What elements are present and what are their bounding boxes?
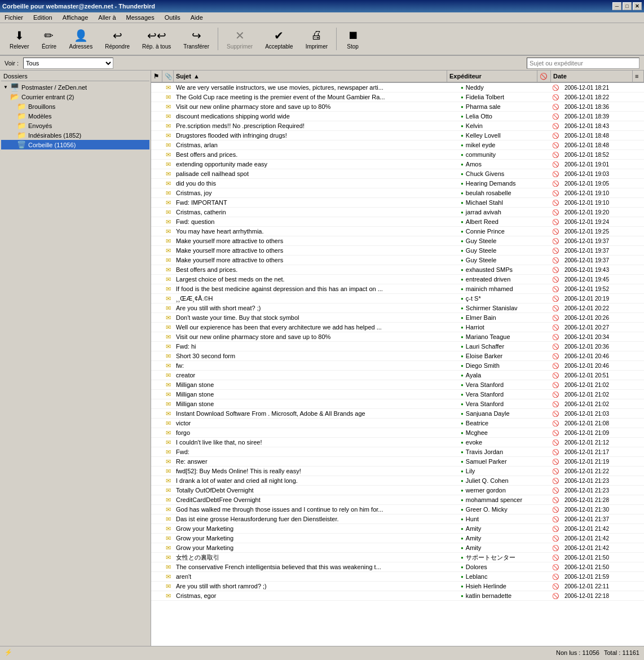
table-row[interactable]: ✉Re: answer●Samuel Parker🚫2006-12-01 21:… (151, 457, 644, 467)
table-row[interactable]: ✉Fwd: IMPORTANT●Michael Stahl🚫2006-12-01… (151, 198, 644, 208)
table-row[interactable]: ✉Instant Download Software From . Micros… (151, 409, 644, 419)
table-row[interactable]: ✉victor●Beatrice🚫2006-12-01 21:08 (151, 419, 644, 428)
filter-select[interactable]: TousNon lusLusAvec marqueur (23, 58, 113, 69)
menu-item-fichier[interactable]: Fichier (2, 14, 25, 21)
sidebar-item-courrier-entrant[interactable]: 📂Courrier entrant (2) (1, 92, 149, 102)
table-row[interactable]: ✉fwd[52]: Buy Meds Online! This is reall… (151, 467, 644, 476)
flag-cell (151, 102, 162, 111)
table-row[interactable]: ✉Visit our new online pharmacy store and… (151, 332, 644, 342)
table-row[interactable]: ✉Make yourself more attractive to others… (151, 246, 644, 256)
table-row[interactable]: ✉Don't waste your time. Buy that stock s… (151, 313, 644, 323)
table-row[interactable]: ✉Best offers and prices.●exhausted SMPs🚫… (151, 265, 644, 275)
table-row[interactable]: ✉Pre.scription meds!! No .prescription R… (151, 121, 644, 131)
table-row[interactable]: ✉Milligan stone●Vera Stanford🚫2006-12-01… (151, 399, 644, 409)
menu-item-aide[interactable]: Aide (188, 14, 205, 21)
table-row[interactable]: ✉Largest choice of best meds on the net.… (151, 275, 644, 284)
table-row[interactable]: ✉Fwd: hi●Lauri Schaffer🚫2006-12-01 20:36 (151, 342, 644, 351)
table-row[interactable]: ✉Grow your Marketing●Amity🚫2006-12-01 21… (151, 524, 644, 534)
table-row[interactable]: ✉We are very versatile instructors, we u… (151, 83, 644, 93)
table-row[interactable]: ✉Short 30 second form●Eloise Barker🚫2006… (151, 351, 644, 361)
table-row[interactable]: ✉Cristmas, arlan●mikel eyde🚫2006-12-01 1… (151, 140, 644, 150)
table-row[interactable]: ✉The Gold Cup race meeting is the premie… (151, 93, 644, 102)
statusbar-left: ⚡ (5, 649, 12, 656)
col-header-subject[interactable]: Sujet ▲ (174, 71, 447, 82)
table-row[interactable]: ✉discount medications shipping world wid… (151, 112, 644, 121)
col-header-sender[interactable]: Expéditeur (447, 71, 537, 82)
table-row[interactable]: ✉fw:●Diego Smith🚫2006-12-01 20:46 (151, 361, 644, 371)
table-row[interactable]: ✉Milligan stone●Vera Stanford🚫2006-12-01… (151, 390, 644, 399)
table-row[interactable]: ✉Make yourself more attractive to others… (151, 236, 644, 246)
toolbar-btn-transferer[interactable]: ↪Transférer (178, 26, 214, 52)
table-row[interactable]: ✉CreditCardDebtFree Overnight●mohammad s… (151, 495, 644, 505)
table-row[interactable]: ✉Well our expierence has been that every… (151, 323, 644, 332)
table-row[interactable]: ✉Make yourself more attractive to others… (151, 256, 644, 265)
toolbar-btn-repondre[interactable]: ↩Répondre (100, 26, 135, 52)
table-row[interactable]: ✉Grow your Marketing●Amity🚫2006-12-01 21… (151, 543, 644, 553)
subject-cell: You may have heart arrhythmia. (174, 227, 458, 236)
table-row[interactable]: ✉Grow your Marketing●Amity🚫2006-12-01 21… (151, 534, 644, 543)
toolbar-btn-adresses[interactable]: 👤Adresses (64, 26, 98, 52)
table-row[interactable]: ✉Cristmas, egor●katlin bernadette🚫2006-1… (151, 591, 644, 601)
table-row[interactable]: ✉did you do this●Hearing Demands🚫2006-12… (151, 179, 644, 188)
subject-cell: Cristmas, joy (174, 188, 458, 197)
date-cell: 2006-12-01 19:45 (562, 275, 644, 284)
search-input[interactable] (527, 58, 639, 69)
table-row[interactable]: ✉女性との裏取引●サポートセンター🚫2006-12-01 21:50 (151, 553, 644, 562)
sidebar-item-indesirables[interactable]: 📁Indésirables (1852) (1, 130, 149, 140)
menu-item-affichage[interactable]: Affichage (60, 14, 91, 21)
toolbar-btn-relever[interactable]: ⬇Relever (5, 26, 34, 52)
table-row[interactable]: ✉The conservative French intelligentsia … (151, 562, 644, 572)
table-row[interactable]: ✉Das ist eine grosse Herausforderung fue… (151, 514, 644, 524)
subject-cell: 女性との裏取引 (174, 553, 458, 562)
col-header-extra[interactable]: ≡ (633, 71, 644, 82)
sidebar-item-modeles[interactable]: 📁Modèles (1, 111, 149, 121)
maximize-button[interactable]: □ (623, 2, 632, 10)
menu-item-outils[interactable]: Outils (162, 14, 183, 21)
attachment-cell: ✉ (162, 150, 174, 159)
col-header-att[interactable]: 📎 (162, 71, 174, 82)
toolbar-btn-imprimer[interactable]: 🖨Imprimer (301, 26, 333, 52)
toolbar-btn-acceptable[interactable]: ✔Acceptable (260, 26, 298, 52)
menu-item-messages[interactable]: Messages (124, 14, 157, 21)
sidebar-item-corbeille[interactable]: 🗑️Corbeille (11056) (1, 140, 149, 149)
date-cell: 2006-12-01 19:01 (562, 160, 644, 169)
table-row[interactable]: ✉Best offers and prices.●community🚫2006-… (151, 150, 644, 160)
table-row[interactable]: ✉Visit our new online pharmacy store and… (151, 102, 644, 112)
subject-cell: Re: answer (174, 457, 458, 466)
table-row[interactable]: ✉I couldn't live like that, no siree!●ev… (151, 438, 644, 447)
table-row[interactable]: ✉You may have heart arrhythmia.●Connie P… (151, 227, 644, 236)
col-header-flag[interactable]: ⚑ (151, 71, 162, 82)
sidebar-item-envoyes[interactable]: 📁Envoyés (1, 121, 149, 130)
menu-item-edition[interactable]: Edition (31, 14, 55, 21)
table-row[interactable]: ✉God has walked me through those issues … (151, 505, 644, 514)
table-row[interactable]: ✉¸¸ŒÆ¸¢Å.©H●ç-t S*🚫2006-12-01 20:19 (151, 294, 644, 303)
table-row[interactable]: ✉Drugstores flooded with infringing drug… (151, 131, 644, 140)
table-row[interactable]: ✉I drank a lot of water and cried all ni… (151, 476, 644, 486)
table-row[interactable]: ✉extending opportunity made easy●Amos🚫20… (151, 160, 644, 169)
table-row[interactable]: ✉Fwd: question●Albert Reed🚫2006-12-01 19… (151, 217, 644, 227)
table-row[interactable]: ✉Cristmas, joy●beulah rosabelle🚫2006-12-… (151, 188, 644, 198)
table-row[interactable]: ✉palisade cell nailhead spot●Chuck Given… (151, 169, 644, 179)
date-cell: 2006-12-01 18:52 (562, 150, 644, 159)
sidebar-item-brouillons[interactable]: 📁Brouillons (1, 102, 149, 111)
toolbar-btn-ecrire[interactable]: ✏Écrire (36, 26, 61, 52)
toolbar-btn-rep-tous[interactable]: ↩↩Rép. à tous (137, 26, 176, 52)
toolbar-btn-stop[interactable]: ⏹Stop (340, 26, 365, 52)
table-row[interactable]: ✉creator●Ayala🚫2006-12-01 20:51 (151, 371, 644, 380)
table-row[interactable]: ✉Milligan stone●Vera Stanford🚫2006-12-01… (151, 380, 644, 390)
table-row[interactable]: ✉Cristmas, catherin●jarrad avivah🚫2006-1… (151, 208, 644, 217)
table-row[interactable]: ✉Are you still with short ramrod? ;)●Hsi… (151, 582, 644, 591)
table-row[interactable]: ✉Totally OutOfDebt Overnight●werner gord… (151, 486, 644, 495)
table-row[interactable]: ✉aren't●Leblanc🚫2006-12-01 21:59 (151, 572, 644, 582)
table-row[interactable]: ✉Fwd:●Travis Jordan🚫2006-12-01 21:17 (151, 447, 644, 457)
sidebar-item-postmaster[interactable]: ▼🖥️Postmaster / ZeDen.net (1, 82, 149, 92)
sender-dot: ● (461, 373, 464, 378)
menu-item-aller[interactable]: Aller à (96, 14, 118, 21)
col-header-junk[interactable]: 🚫 (537, 71, 551, 82)
table-row[interactable]: ✉If food is the best medicine against de… (151, 284, 644, 294)
col-header-date[interactable]: Date (551, 71, 633, 82)
close-button[interactable]: ✕ (633, 2, 642, 10)
minimize-button[interactable]: ─ (612, 2, 621, 10)
table-row[interactable]: ✉forgo●Mcghee🚫2006-12-01 21:09 (151, 428, 644, 438)
table-row[interactable]: ✉Are you still with short meat? ;)●Schir… (151, 303, 644, 313)
